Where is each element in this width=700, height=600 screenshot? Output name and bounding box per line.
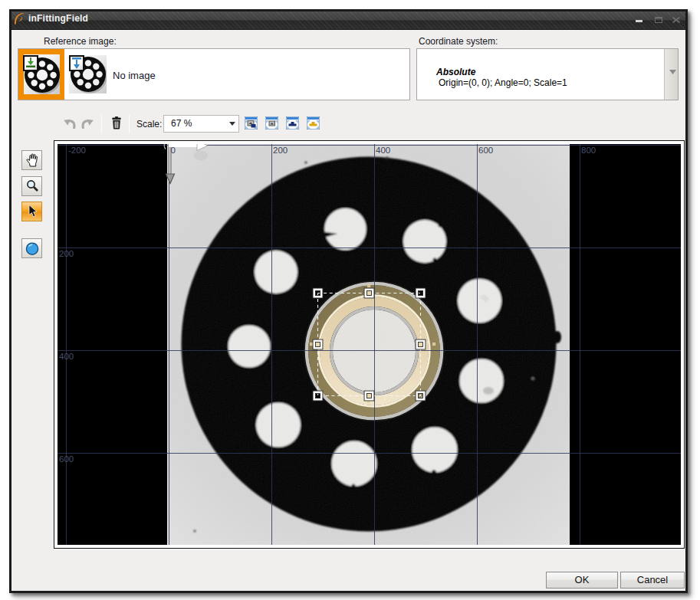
svg-text:0: 0 (171, 146, 176, 155)
svg-text:600: 600 (478, 146, 493, 155)
svg-text:800: 800 (581, 146, 596, 155)
svg-text:200: 200 (273, 146, 288, 155)
svg-text:600: 600 (59, 454, 74, 464)
svg-text:-200: -200 (68, 146, 86, 155)
svg-text:200: 200 (59, 249, 74, 258)
svg-text:400: 400 (376, 146, 390, 155)
svg-text:400: 400 (59, 352, 74, 361)
